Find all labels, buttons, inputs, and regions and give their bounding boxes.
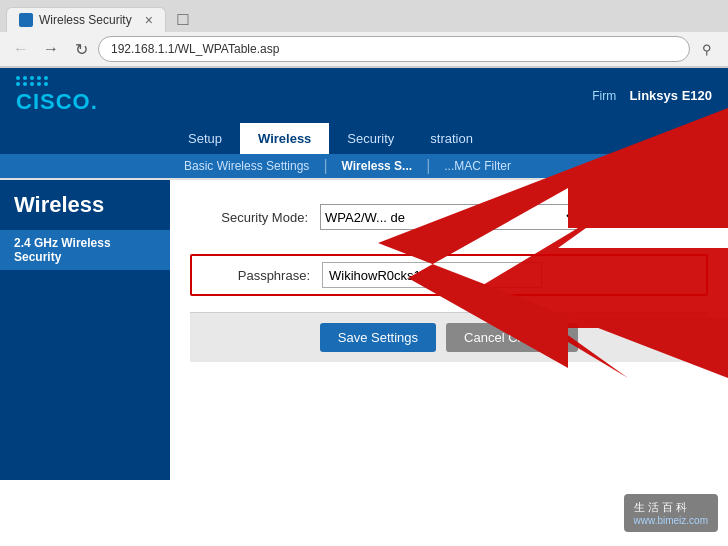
cisco-wordmark: CISCO. <box>16 89 98 115</box>
help-link[interactable]: Help... <box>600 210 638 225</box>
content-area: Wireless 2.4 GHz Wireless Security Secur… <box>0 180 728 480</box>
passphrase-control[interactable] <box>322 262 582 288</box>
save-settings-button[interactable]: Save Settings <box>320 323 436 352</box>
tab-wireless[interactable]: Wireless <box>240 123 329 154</box>
watermark-line2: www.bimeiz.com <box>634 515 708 526</box>
tab-close-button[interactable]: × <box>145 12 153 28</box>
tab-favicon <box>19 13 33 27</box>
cancel-changes-button[interactable]: Cancel Changes <box>446 323 578 352</box>
passphrase-input[interactable] <box>322 262 542 288</box>
address-search-button[interactable]: ⚲ <box>694 36 720 62</box>
main-content: Security Mode: WPA2/W... de Help... Pass… <box>170 180 728 480</box>
tab-setup[interactable]: Setup <box>170 123 240 154</box>
left-sidebar: Wireless 2.4 GHz Wireless Security <box>0 180 170 480</box>
firmware-label: Firm <box>592 89 616 103</box>
passphrase-row: Passphrase: <box>190 254 708 296</box>
sidebar-section: Wireless <box>0 180 170 230</box>
tab-title: Wireless Security <box>39 13 137 27</box>
passphrase-label: Passphrase: <box>192 268 322 283</box>
back-button[interactable]: ← <box>8 36 34 62</box>
subnav-wireless-security[interactable]: Wireless S... <box>328 154 427 178</box>
router-page: CISCO. Firm Linksys E120 Setup Wireless … <box>0 68 728 542</box>
reload-button[interactable]: ↻ <box>68 36 94 62</box>
tab-bar: Wireless Security × □ <box>0 0 728 32</box>
cisco-dots-pattern <box>16 76 49 86</box>
nav-tabs: Setup Wireless Security stration <box>0 123 728 154</box>
linksys-model: Linksys E120 <box>630 88 712 103</box>
security-mode-control[interactable]: WPA2/W... de <box>320 204 580 230</box>
active-tab[interactable]: Wireless Security × <box>6 7 166 32</box>
security-mode-row: Security Mode: WPA2/W... de Help... <box>190 196 708 238</box>
new-tab-button[interactable]: □ <box>170 6 196 32</box>
header-right: Firm Linksys E120 <box>592 88 712 103</box>
sub-nav: Basic Wireless Settings | Wireless S... … <box>0 154 728 180</box>
subnav-basic-wireless[interactable]: Basic Wireless Settings <box>170 154 323 178</box>
browser-chrome: Wireless Security × □ ← → ↻ ⚲ <box>0 0 728 68</box>
sidebar-section-title: 2.4 GHz Wireless Security <box>0 230 170 270</box>
tab-administration[interactable]: stration <box>412 123 491 154</box>
forward-button[interactable]: → <box>38 36 64 62</box>
sidebar-title: Wireless <box>14 192 156 218</box>
button-row: Save Settings Cancel Changes <box>190 312 708 362</box>
watermark: 生 活 百 科 www.bimeiz.com <box>624 494 718 532</box>
security-mode-select[interactable]: WPA2/W... de <box>320 204 580 230</box>
address-bar-row: ← → ↻ ⚲ <box>0 32 728 67</box>
router-header: CISCO. Firm Linksys E120 <box>0 68 728 123</box>
watermark-line1: 生 活 百 科 <box>634 500 708 515</box>
security-mode-label: Security Mode: <box>190 210 320 225</box>
tab-security[interactable]: Security <box>329 123 412 154</box>
cisco-logo: CISCO. <box>16 76 98 115</box>
subnav-mac-filter[interactable]: ...MAC Filter <box>430 154 525 178</box>
address-input[interactable] <box>98 36 690 62</box>
